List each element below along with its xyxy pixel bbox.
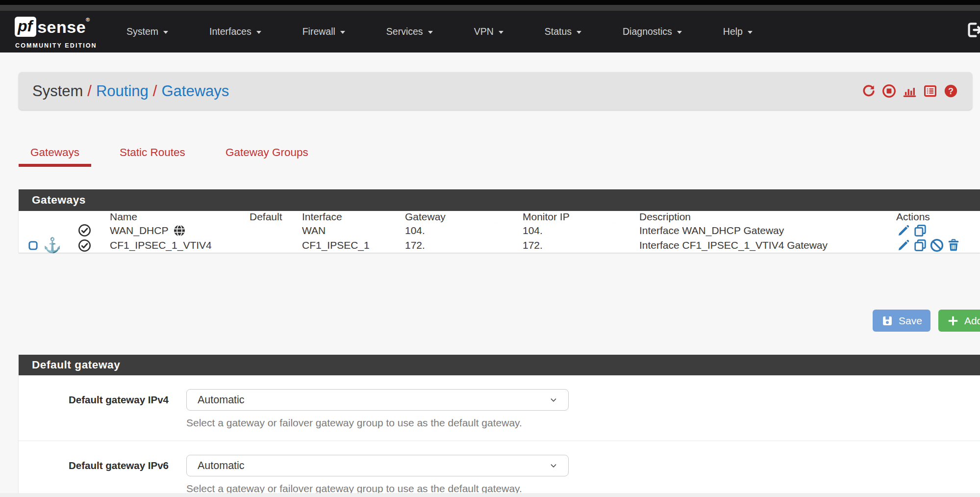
gateway-interface-cell: CF1_IPSEC_1 xyxy=(302,238,405,253)
page-bottom-strip xyxy=(0,493,980,497)
form-row-ipv4: Default gateway IPv4 Automatic Select a … xyxy=(19,375,980,441)
selected-value: Automatic xyxy=(198,460,245,472)
menu-services-label: Services xyxy=(386,26,423,37)
default-gateway-ipv4-select[interactable]: Automatic xyxy=(186,389,569,411)
community-edition-tagline: COMMUNITY EDITION xyxy=(15,42,97,49)
chevron-down-icon xyxy=(549,395,558,405)
check-circle-icon xyxy=(77,238,92,253)
gateway-name-cell: CF1_IPSEC_1_VTIV4 xyxy=(110,238,250,253)
page-header-actions: ? xyxy=(861,83,958,99)
column-header-name: Name xyxy=(110,211,250,223)
menu-diagnostics[interactable]: Diagnostics xyxy=(623,26,682,37)
refresh-icon[interactable] xyxy=(861,83,876,99)
menu-status-label: Status xyxy=(545,26,572,37)
menu-vpn-label: VPN xyxy=(474,26,494,37)
tab-gateway-groups[interactable]: Gateway Groups xyxy=(214,141,320,167)
menu-services[interactable]: Services xyxy=(386,26,433,37)
header-spacer xyxy=(77,211,110,223)
gateway-name-cell: WAN_DHCP xyxy=(110,223,250,238)
default-gateway-panel: Default gateway Default gateway IPv4 Aut… xyxy=(19,355,980,497)
chevron-down-icon xyxy=(499,31,503,34)
breadcrumb-gateways-link[interactable]: Gateways xyxy=(161,82,229,100)
square-icon xyxy=(27,240,39,251)
copy-gateway-button[interactable] xyxy=(913,223,928,238)
logo-sense-text: sense® xyxy=(37,17,90,38)
breadcrumb: System / Routing / Gateways ? xyxy=(19,72,972,110)
routing-tabs: Gateways Static Routes Gateway Groups xyxy=(19,141,320,167)
column-header-monitor-ip: Monitor IP xyxy=(523,211,639,223)
help-icon[interactable]: ? xyxy=(943,83,958,99)
chevron-down-icon xyxy=(748,31,753,34)
gateway-description-cell: Interface CF1_IPSEC_1_VTIV4 Gateway xyxy=(639,238,896,253)
add-button[interactable]: Add xyxy=(938,310,980,332)
window-top-strip xyxy=(0,0,980,5)
chevron-down-icon xyxy=(428,31,433,34)
gateway-name: WAN_DHCP xyxy=(110,225,168,236)
column-header-default: Default xyxy=(250,211,302,223)
window-title-strip xyxy=(0,5,980,11)
menu-vpn[interactable]: VPN xyxy=(474,26,503,37)
tab-gateways[interactable]: Gateways xyxy=(19,141,91,167)
menu-system[interactable]: System xyxy=(126,26,168,37)
registered-mark: ® xyxy=(86,17,90,23)
gateway-address-cell: 104. xyxy=(405,223,523,238)
default-gateway-ipv6-label: Default gateway IPv6 xyxy=(19,455,169,471)
edit-gateway-button[interactable] xyxy=(896,238,911,253)
redacted-value xyxy=(545,223,615,238)
main-menu: System Interfaces Firewall Services VPN … xyxy=(126,11,753,52)
log-icon[interactable] xyxy=(923,83,938,99)
chevron-down-icon xyxy=(340,31,345,34)
anchor-icon: ⚓ xyxy=(43,238,61,253)
save-button-label: Save xyxy=(899,315,922,327)
menu-firewall[interactable]: Firewall xyxy=(302,26,345,37)
monitor-ip-cell: 104. xyxy=(523,223,639,238)
default-gateway-ipv6-select[interactable]: Automatic xyxy=(186,455,569,476)
chevron-down-icon xyxy=(677,31,682,34)
form-row-ipv6: Default gateway IPv6 Automatic Select a … xyxy=(19,441,980,497)
chevron-down-icon xyxy=(256,31,261,34)
gateway-actions-cell xyxy=(896,238,980,253)
column-header-description: Description xyxy=(639,211,896,223)
svg-text:?: ? xyxy=(948,86,954,96)
gateway-address: 104. xyxy=(405,225,425,236)
breadcrumb-separator: / xyxy=(149,82,162,100)
menu-status[interactable]: Status xyxy=(545,26,581,37)
menu-interfaces[interactable]: Interfaces xyxy=(209,26,261,37)
column-header-gateway: Gateway xyxy=(405,211,523,223)
default-gateway-panel-title: Default gateway xyxy=(19,355,980,375)
save-button[interactable]: Save xyxy=(873,310,930,332)
globe-icon xyxy=(173,224,186,237)
monitor-ip-cell: 172. xyxy=(523,238,639,253)
edit-gateway-button[interactable] xyxy=(896,223,911,238)
gateways-panel: Gateways Name Default Interface Gateway … xyxy=(19,189,980,253)
menu-help-label: Help xyxy=(723,26,743,37)
menu-diagnostics-label: Diagnostics xyxy=(623,26,672,37)
chevron-down-icon xyxy=(549,461,558,471)
logo-pf-box: pf xyxy=(15,17,36,37)
stop-icon[interactable] xyxy=(881,83,897,99)
plus-icon xyxy=(947,314,959,327)
delete-gateway-button[interactable] xyxy=(946,238,961,253)
copy-gateway-button[interactable] xyxy=(913,238,928,253)
monitor-ip: 104. xyxy=(523,225,543,236)
breadcrumb-routing-link[interactable]: Routing xyxy=(96,82,149,100)
sign-out-icon[interactable] xyxy=(965,21,980,39)
menu-help[interactable]: Help xyxy=(723,26,753,37)
tab-static-routes[interactable]: Static Routes xyxy=(108,141,197,167)
gateways-panel-title: Gateways xyxy=(19,189,980,211)
breadcrumb-separator: / xyxy=(83,82,96,100)
redacted-value xyxy=(427,223,497,238)
disable-gateway-button[interactable] xyxy=(930,238,944,253)
top-navbar: pfsense® COMMUNITY EDITION System Interf… xyxy=(0,0,980,52)
add-button-label: Add xyxy=(964,315,980,327)
chevron-down-icon xyxy=(577,31,581,34)
table-row-marker-cell xyxy=(19,223,77,238)
gateway-interface-cell: WAN xyxy=(302,223,405,238)
floppy-icon xyxy=(881,314,894,327)
chart-icon[interactable] xyxy=(902,83,917,99)
gateway-status-cell xyxy=(77,223,110,238)
pfsense-logo[interactable]: pfsense® xyxy=(15,17,90,38)
check-circle-icon xyxy=(77,223,92,237)
default-gateway-form: Default gateway IPv4 Automatic Select a … xyxy=(19,375,980,497)
table-row-marker-cell: ⚓ xyxy=(19,238,77,253)
